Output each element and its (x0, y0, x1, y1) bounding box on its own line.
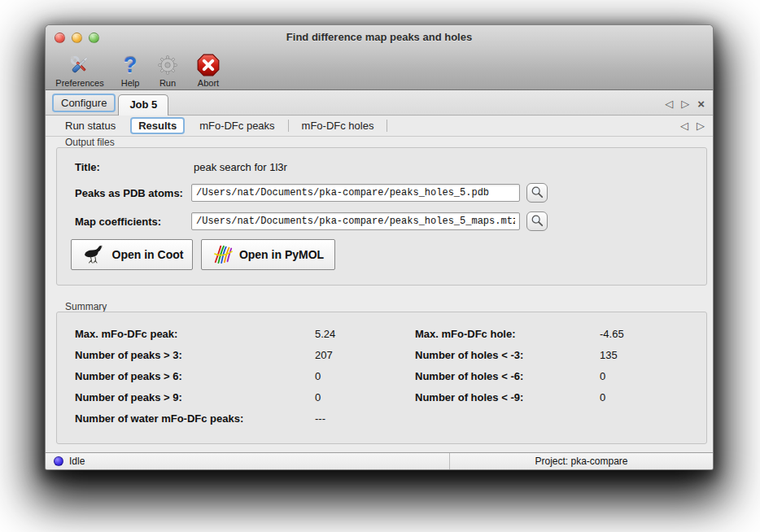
stop-octagon-icon (197, 53, 220, 77)
holes-lt9-label: Number of holes < -9: (415, 391, 523, 403)
max-hole-value: -4.65 (600, 328, 624, 340)
peaks-gt3-value: 207 (315, 349, 333, 361)
tab-configure[interactable]: Configure (52, 94, 116, 112)
subtab-mfo-dfc-peaks[interactable]: mFo-DFc peaks (191, 120, 282, 132)
status-cell: Idle (46, 456, 449, 467)
magnifier-icon (531, 185, 544, 201)
coot-bird-icon (81, 244, 107, 266)
subtab-nav-controls: ◁ ▷ (680, 120, 705, 131)
open-in-pymol-label: Open in PyMOL (239, 248, 324, 261)
run-button[interactable]: Run (151, 53, 184, 88)
abort-button[interactable]: Abort (190, 53, 226, 88)
subtab-results[interactable]: Results (130, 117, 185, 134)
open-in-coot-label: Open in Coot (112, 248, 184, 261)
holes-lt3-label: Number of holes < -3: (415, 349, 523, 361)
project-text: Project: pka-compare (535, 456, 627, 467)
window-chrome: Find difference map peaks and holes (46, 25, 713, 90)
map-coefficients-label: Map coefficients: (75, 216, 161, 228)
gear-icon (156, 53, 179, 77)
output-files-section-label: Output files (65, 137, 115, 148)
output-files-group: Title: peak search for 1l3r Peaks as PDB… (56, 147, 707, 286)
summary-section-label: Summary (65, 301, 107, 312)
water-peaks-label: Number of water mFo-DFc peaks: (75, 412, 243, 425)
pymol-ribbon-icon (212, 243, 234, 267)
summary-group: Max. mFo-DFc peak: 5.24 Max. mFo-DFc hol… (56, 312, 707, 444)
open-in-coot-button[interactable]: Open in Coot (71, 239, 193, 270)
peaks-gt3-label: Number of peaks > 3: (75, 349, 182, 361)
status-text: Idle (69, 456, 85, 467)
help-button[interactable]: ? Help (116, 53, 145, 88)
open-in-pymol-button[interactable]: Open in PyMOL (201, 239, 335, 270)
peaks-gt6-value: 0 (315, 370, 321, 382)
browse-peaks-button[interactable] (526, 183, 548, 203)
job-tab-bar: Configure Job 5 ◁ ▷ × (46, 91, 713, 116)
max-hole-label: Max. mFo-DFc hole: (415, 328, 516, 340)
titlebar: Find difference map peaks and holes (46, 25, 713, 50)
subtab-scroll-left-icon[interactable]: ◁ (680, 120, 688, 131)
tab-job-5[interactable]: Job 5 (118, 94, 168, 116)
magnifier-icon (531, 214, 544, 229)
run-label: Run (159, 78, 176, 88)
map-coefficients-path-input[interactable] (191, 212, 520, 230)
status-indicator-icon (54, 456, 63, 466)
max-peak-label: Max. mFo-DFc peak: (75, 328, 177, 340)
status-bar: Idle Project: pka-compare (46, 452, 713, 469)
app-window: Find difference map peaks and holes (45, 24, 714, 470)
window-title: Find difference map peaks and holes (46, 31, 713, 43)
preferences-button[interactable]: Preferences (50, 53, 109, 88)
peaks-gt6-label: Number of peaks > 6: (75, 370, 182, 382)
water-peaks-value: --- (315, 412, 325, 425)
preferences-label: Preferences (55, 78, 103, 88)
title-label: Title: (75, 161, 100, 173)
tab-scroll-left-icon[interactable]: ◁ (665, 98, 673, 109)
tools-icon (68, 53, 92, 77)
peaks-pdb-path-input[interactable] (191, 184, 520, 202)
title-value: peak search for 1l3r (194, 161, 287, 173)
subtab-scroll-right-icon[interactable]: ▷ (697, 120, 705, 131)
peaks-pdb-label: Peaks as PDB atoms: (75, 187, 183, 199)
help-label: Help (121, 78, 140, 88)
abort-label: Abort (198, 78, 219, 88)
subtab-run-status[interactable]: Run status (57, 120, 124, 132)
toolbar: Preferences ? Help (46, 50, 713, 90)
project-cell: Project: pka-compare (449, 453, 713, 469)
holes-lt6-label: Number of holes < -6: (415, 370, 523, 382)
result-tab-bar: Run status Results mFo-DFc peaks mFo-DFc… (46, 116, 713, 137)
browse-map-button[interactable] (526, 211, 548, 231)
peaks-gt9-value: 0 (315, 391, 321, 403)
results-panel: Output files Title: peak search for 1l3r… (46, 137, 713, 452)
subtab-mfo-dfc-holes[interactable]: mFo-DFc holes (294, 120, 382, 132)
holes-lt6-value: 0 (600, 370, 605, 382)
holes-lt3-value: 135 (600, 349, 618, 361)
question-mark-icon: ? (124, 53, 138, 77)
subtab-divider (288, 120, 289, 132)
tab-nav-controls: ◁ ▷ × (665, 98, 705, 115)
tab-close-icon[interactable]: × (697, 98, 705, 109)
subtab-divider (387, 120, 387, 132)
desktop: Find difference map peaks and holes (0, 0, 760, 532)
tab-scroll-right-icon[interactable]: ▷ (681, 98, 689, 109)
max-peak-value: 5.24 (315, 328, 335, 340)
holes-lt9-value: 0 (600, 391, 605, 403)
peaks-gt9-label: Number of peaks > 9: (75, 391, 182, 403)
